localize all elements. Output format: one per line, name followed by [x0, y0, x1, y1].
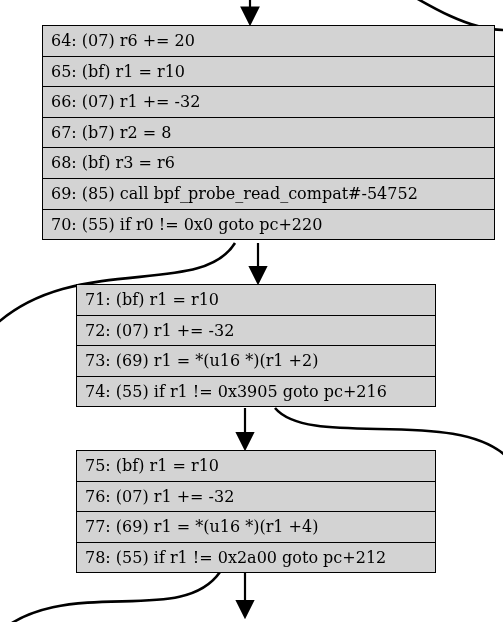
edge-c-branch-left — [0, 572, 220, 622]
insn-65: 65: (bf) r1 = r10 — [43, 57, 494, 88]
insn-77: 77: (69) r1 = *(u16 *)(r1 +4) — [77, 512, 435, 543]
insn-73: 73: (69) r1 = *(u16 *)(r1 +2) — [77, 346, 435, 377]
bb-64-70: 64: (07) r6 += 20 65: (bf) r1 = r10 66: … — [42, 25, 495, 240]
insn-76: 76: (07) r1 += -32 — [77, 482, 435, 513]
insn-64: 64: (07) r6 += 20 — [43, 26, 494, 57]
insn-78: 78: (55) if r1 != 0x2a00 goto pc+212 — [77, 543, 435, 573]
insn-66: 66: (07) r1 += -32 — [43, 87, 494, 118]
insn-67: 67: (b7) r2 = 8 — [43, 118, 494, 149]
insn-70: 70: (55) if r0 != 0x0 goto pc+220 — [43, 210, 494, 240]
insn-69: 69: (85) call bpf_probe_read_compat#-547… — [43, 179, 494, 210]
insn-74: 74: (55) if r1 != 0x3905 goto pc+216 — [77, 377, 435, 407]
insn-71: 71: (bf) r1 = r10 — [77, 285, 435, 316]
insn-68: 68: (bf) r3 = r6 — [43, 148, 494, 179]
bb-75-78: 75: (bf) r1 = r10 76: (07) r1 += -32 77:… — [76, 450, 436, 573]
insn-75: 75: (bf) r1 = r10 — [77, 451, 435, 482]
cfg-canvas: 64: (07) r6 += 20 65: (bf) r1 = r10 66: … — [0, 0, 503, 622]
bb-71-74: 71: (bf) r1 = r10 72: (07) r1 += -32 73:… — [76, 284, 436, 407]
insn-72: 72: (07) r1 += -32 — [77, 316, 435, 347]
